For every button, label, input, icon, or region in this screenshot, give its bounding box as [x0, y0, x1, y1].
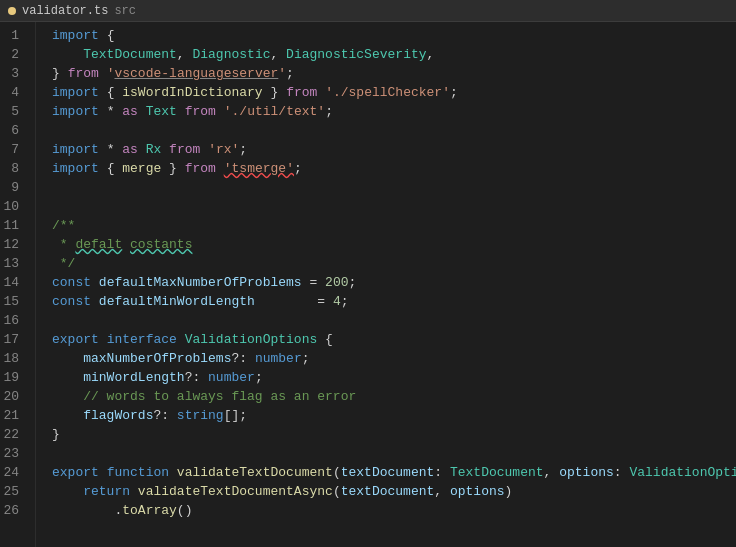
ln-23: 23 — [0, 444, 27, 463]
code-line-22: } — [52, 425, 736, 444]
code-line-7: import * as Rx from 'rx'; — [52, 140, 736, 159]
section-label: src — [114, 4, 136, 18]
code-line-26: .toArray() — [52, 501, 736, 520]
code-line-17: export interface ValidationOptions { — [52, 330, 736, 349]
code-line-11: /** — [52, 216, 736, 235]
code-line-5: import * as Text from './util/text'; — [52, 102, 736, 121]
code-line-12: * defalt costants — [52, 235, 736, 254]
code-line-21: flagWords?: string[]; — [52, 406, 736, 425]
ln-16: 16 — [0, 311, 27, 330]
code-line-1: import { — [52, 26, 736, 45]
code-line-15: const defaultMinWordLength = 4; — [52, 292, 736, 311]
ln-5: 5 — [0, 102, 27, 121]
code-container: 1 2 3 4 5 6 7 8 9 10 11 12 13 14 15 16 1… — [0, 22, 736, 547]
ln-1: 1 — [0, 26, 27, 45]
code-line-4: import { isWordInDictionary } from './sp… — [52, 83, 736, 102]
ln-18: 18 — [0, 349, 27, 368]
code-line-14: const defaultMaxNumberOfProblems = 200; — [52, 273, 736, 292]
ln-21: 21 — [0, 406, 27, 425]
ln-7: 7 — [0, 140, 27, 159]
code-line-23 — [52, 444, 736, 463]
ln-9: 9 — [0, 178, 27, 197]
ln-2: 2 — [0, 45, 27, 64]
ln-6: 6 — [0, 121, 27, 140]
line-numbers: 1 2 3 4 5 6 7 8 9 10 11 12 13 14 15 16 1… — [0, 22, 36, 547]
filename: validator.ts — [22, 4, 108, 18]
code-line-8: import { merge } from 'tsmerge'; — [52, 159, 736, 178]
code-line-25: return validateTextDocumentAsync(textDoc… — [52, 482, 736, 501]
ln-4: 4 — [0, 83, 27, 102]
ln-12: 12 — [0, 235, 27, 254]
code-line-9 — [52, 178, 736, 197]
ln-14: 14 — [0, 273, 27, 292]
code-line-19: minWordLength?: number; — [52, 368, 736, 387]
ln-22: 22 — [0, 425, 27, 444]
ln-17: 17 — [0, 330, 27, 349]
ln-24: 24 — [0, 463, 27, 482]
ln-19: 19 — [0, 368, 27, 387]
code-line-13: */ — [52, 254, 736, 273]
ln-10: 10 — [0, 197, 27, 216]
ln-20: 20 — [0, 387, 27, 406]
ln-13: 13 — [0, 254, 27, 273]
code-line-18: maxNumberOfProblems?: number; — [52, 349, 736, 368]
code-line-10 — [52, 197, 736, 216]
ln-26: 26 — [0, 501, 27, 520]
code-line-20: // words to always flag as an error — [52, 387, 736, 406]
code-line-3: } from 'vscode-languageserver'; — [52, 64, 736, 83]
ln-25: 25 — [0, 482, 27, 501]
code-line-24: export function validateTextDocument(tex… — [52, 463, 736, 482]
ln-11: 11 — [0, 216, 27, 235]
ln-15: 15 — [0, 292, 27, 311]
ln-8: 8 — [0, 159, 27, 178]
code-line-16 — [52, 311, 736, 330]
code-line-2: TextDocument, Diagnostic, DiagnosticSeve… — [52, 45, 736, 64]
modified-dot — [8, 7, 16, 15]
ln-3: 3 — [0, 64, 27, 83]
title-bar: validator.ts src — [0, 0, 736, 22]
code-line-6 — [52, 121, 736, 140]
code-editor[interactable]: import { TextDocument, Diagnostic, Diagn… — [36, 22, 736, 547]
